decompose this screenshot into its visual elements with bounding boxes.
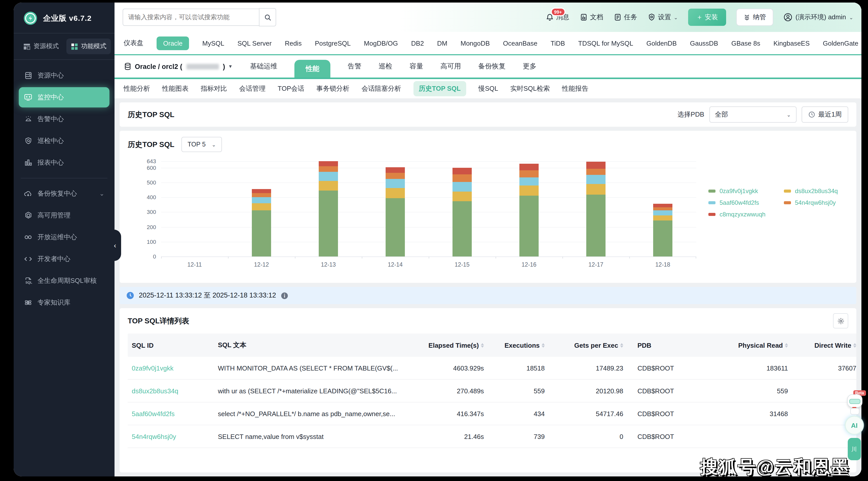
bar-segment-54n4rqw6hsj0y[interactable] bbox=[453, 174, 472, 182]
stacked-bar-12-18[interactable] bbox=[653, 204, 673, 257]
docs-button[interactable]: 文档 bbox=[580, 13, 603, 22]
sidebar-item-developer[interactable]: 开发者中心 bbox=[19, 249, 110, 269]
legend-item-c8mqzyxzwwuqh[interactable]: c8mqzyxzwwuqh bbox=[708, 211, 765, 218]
subtab-性能分析[interactable]: 性能分析 bbox=[124, 84, 150, 93]
instance-tab-更多[interactable]: 更多 bbox=[523, 62, 536, 71]
time-range-button[interactable]: 最近1周 bbox=[802, 107, 848, 123]
bar-segment-54n4rqw6hsj0y[interactable] bbox=[519, 170, 539, 177]
column-header-elapsed-time-s-[interactable]: Elapsed Time(s) bbox=[421, 341, 484, 349]
subtab-性能报告[interactable]: 性能报告 bbox=[562, 84, 588, 93]
ai-assistant-button[interactable]: AI bbox=[846, 417, 863, 434]
ai-mascot[interactable] bbox=[846, 394, 863, 414]
search-button[interactable] bbox=[259, 8, 276, 26]
legend-item-ds8ux2b8us34q[interactable]: ds8ux2b8us34q bbox=[784, 187, 838, 194]
pdb-select[interactable]: 全部 ⌄ bbox=[709, 107, 797, 123]
bar-segment-0za9fv0j1vgkk[interactable] bbox=[653, 221, 673, 257]
messages-button[interactable]: 消息 99+ bbox=[546, 13, 569, 22]
bar-segment-c8mqzyxzwwuqh[interactable] bbox=[653, 204, 673, 207]
bar-segment-ds8ux2b8us34q[interactable] bbox=[252, 204, 271, 211]
subtab-top会话[interactable]: TOP会话 bbox=[278, 84, 304, 93]
instance-tab-性能[interactable]: 性能 bbox=[294, 60, 330, 78]
bar-segment-5aaf60w4fd2fs[interactable] bbox=[252, 197, 271, 204]
subtab-历史top-sql[interactable]: 历史TOP SQL bbox=[413, 81, 466, 96]
subtab-会话管理[interactable]: 会话管理 bbox=[239, 84, 266, 93]
search-input[interactable] bbox=[123, 9, 259, 26]
legend-item-5aaf60w4fd2fs[interactable]: 5aaf60w4fd2fs bbox=[708, 199, 765, 206]
subtab-会话阻塞分析[interactable]: 会话阻塞分析 bbox=[362, 84, 401, 93]
sql-id-link[interactable]: ds8ux2b8us34q bbox=[132, 387, 178, 395]
bar-segment-0za9fv0j1vgkk[interactable] bbox=[385, 198, 405, 257]
bar-segment-5aaf60w4fd2fs[interactable] bbox=[319, 172, 338, 181]
db-tab-postgresql[interactable]: PostgreSQL bbox=[315, 39, 351, 47]
tasks-button[interactable]: 任务 bbox=[613, 13, 637, 22]
instance-tab-容量[interactable]: 容量 bbox=[409, 62, 423, 71]
instance-breadcrumb[interactable]: Oracle / orcl2 () ▼ bbox=[124, 62, 232, 70]
stacked-bar-12-15[interactable] bbox=[453, 168, 472, 257]
user-menu[interactable]: (演示环境) admin ⌄ bbox=[783, 13, 853, 22]
sql-id-link[interactable]: 5aaf60w4fd2fs bbox=[132, 410, 175, 417]
db-tab-mogdb-og[interactable]: MogDB/OG bbox=[364, 39, 398, 47]
legend-item-0za9fv0j1vgkk[interactable]: 0za9fv0j1vgkk bbox=[708, 187, 765, 194]
db-tab-oracle[interactable]: Oracle bbox=[157, 36, 189, 50]
sidebar-item-knowledge[interactable]: 专家知识库 bbox=[19, 293, 110, 313]
bar-segment-54n4rqw6hsj0y[interactable] bbox=[653, 207, 673, 210]
bar-segment-0za9fv0j1vgkk[interactable] bbox=[453, 201, 472, 257]
bar-segment-54n4rqw6hsj0y[interactable] bbox=[385, 173, 405, 179]
bar-segment-5aaf60w4fd2fs[interactable] bbox=[653, 210, 673, 215]
db-tab-gbase-8s[interactable]: GBase 8s bbox=[732, 39, 760, 47]
stacked-bar-12-16[interactable] bbox=[519, 164, 539, 257]
stacked-bar-12-14[interactable] bbox=[385, 167, 405, 257]
sql-id-link[interactable]: 0za9fv0j1vgkk bbox=[132, 364, 174, 372]
db-tab-db2[interactable]: DB2 bbox=[411, 39, 424, 47]
subtab-事务锁分析[interactable]: 事务锁分析 bbox=[316, 84, 349, 93]
db-tab-goldendb[interactable]: GoldenDB bbox=[646, 39, 677, 47]
bar-segment-5aaf60w4fd2fs[interactable] bbox=[586, 175, 606, 184]
subtab-性能图表[interactable]: 性能图表 bbox=[162, 84, 188, 93]
db-tab-oceanbase[interactable]: OceanBase bbox=[503, 39, 537, 47]
sort-icon[interactable] bbox=[481, 343, 484, 348]
instance-tab-巡检[interactable]: 巡检 bbox=[378, 62, 392, 71]
bar-segment-0za9fv0j1vgkk[interactable] bbox=[319, 190, 338, 257]
bar-segment-0za9fv0j1vgkk[interactable] bbox=[586, 194, 606, 257]
sidebar-item-report[interactable]: 报表中心 bbox=[19, 153, 110, 173]
sidebar-item-high-availability[interactable]: 高可用管理 bbox=[19, 205, 110, 226]
db-tab-mysql[interactable]: MySQL bbox=[203, 39, 224, 47]
db-tab-goldengate[interactable]: GoldenGate bbox=[823, 39, 858, 47]
stacked-bar-12-12[interactable] bbox=[252, 189, 271, 257]
sidebar-item-alarm[interactable]: 告警中心 bbox=[19, 109, 110, 129]
sort-icon[interactable] bbox=[853, 343, 856, 348]
sidebar-item-monitor[interactable]: 监控中心 bbox=[19, 87, 110, 108]
mode-function-button[interactable]: 功能模式 bbox=[66, 38, 111, 54]
column-header-physical-read[interactable]: Physical Read bbox=[699, 341, 788, 349]
column-header-direct-write[interactable]: Direct Write bbox=[788, 341, 856, 349]
db-tab-kingbasees[interactable]: KingbaseES bbox=[774, 39, 810, 47]
instance-tab-高可用[interactable]: 高可用 bbox=[440, 62, 461, 71]
instance-tab-告警[interactable]: 告警 bbox=[348, 62, 361, 71]
bar-segment-ds8ux2b8us34q[interactable] bbox=[653, 215, 673, 220]
bar-segment-ds8ux2b8us34q[interactable] bbox=[385, 188, 405, 198]
sidebar-item-backup-restore[interactable]: 备份恢复中心⌄ bbox=[19, 183, 110, 204]
bar-segment-54n4rqw6hsj0y[interactable] bbox=[586, 169, 606, 175]
db-tab-仪表盘[interactable]: 仪表盘 bbox=[124, 38, 144, 48]
db-tab-tdsql-for-mysql[interactable]: TDSQL for MySQL bbox=[578, 39, 633, 47]
manage-button[interactable]: 纳管 bbox=[736, 9, 773, 26]
instance-tab-基础运维[interactable]: 基础运维 bbox=[250, 62, 277, 71]
bar-segment-ds8ux2b8us34q[interactable] bbox=[586, 184, 606, 194]
subtab-实时sql检索[interactable]: 实时SQL检索 bbox=[510, 84, 550, 93]
column-header-gets-per-exec[interactable]: Gets per Exec bbox=[545, 341, 623, 349]
db-tab-dm[interactable]: DM bbox=[437, 39, 447, 47]
sort-icon[interactable] bbox=[542, 343, 545, 348]
column-header-executions[interactable]: Executions bbox=[484, 341, 545, 349]
table-settings-button[interactable] bbox=[833, 313, 848, 328]
bar-segment-ds8ux2b8us34q[interactable] bbox=[319, 181, 338, 190]
bar-segment-c8mqzyxzwwuqh[interactable] bbox=[385, 167, 405, 173]
sql-id-link[interactable]: 54n4rqw6hsj0y bbox=[132, 432, 176, 440]
sidebar-item-open-ops[interactable]: 开放运维中心 bbox=[19, 227, 110, 247]
bar-segment-5aaf60w4fd2fs[interactable] bbox=[453, 182, 472, 191]
subtab-慢sql[interactable]: 慢SQL bbox=[478, 84, 498, 93]
sidebar-item-resource[interactable]: 资源中心 bbox=[19, 65, 110, 86]
bar-segment-c8mqzyxzwwuqh[interactable] bbox=[519, 164, 539, 170]
sidebar-collapse-handle[interactable]: ‹ bbox=[109, 230, 121, 261]
sidebar-item-inspection[interactable]: 巡检中心 bbox=[19, 131, 110, 151]
db-tab-gaussdb[interactable]: GaussDB bbox=[690, 39, 718, 47]
